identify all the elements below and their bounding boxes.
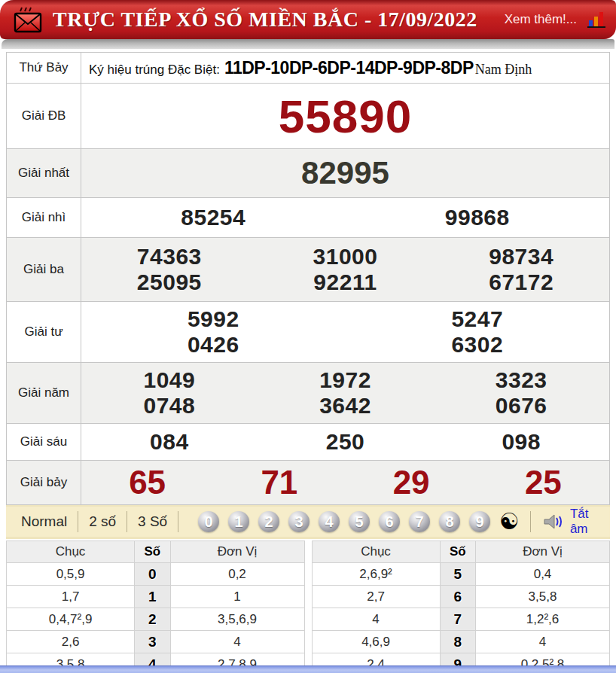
so-cell: 1 [135,586,170,608]
prize-number: 25 [477,464,609,501]
chuc-cell: 2,6 [7,631,135,653]
results-table: Thứ Bảy Ký hiệu trúng Đặc Biệt: 11DP-10D… [6,52,610,505]
header-chuc: Chục [312,541,440,563]
digit-button-9[interactable]: 9 [469,511,490,532]
prize-number: 74363 [81,244,258,270]
divider-strip [2,39,614,49]
stats-header-row: Chục Số Đơn Vị [312,541,610,563]
chuc-cell: 4,6,9 [312,631,440,653]
stats-row: 0,5,9 0 0,2 [7,563,305,586]
prize-label-2: Giải nhì [7,198,81,237]
province-name: Nam Định [475,62,532,78]
mute-button[interactable]: Tắt âm [543,507,605,537]
prize-number: 3323 [433,367,609,393]
stats-table-left: Chục Số Đơn Vị 0,5,9 0 0,2 1,7 1 1 0,4,7… [6,541,305,673]
speaker-icon [543,513,566,531]
prize-label-5: Giải năm [7,363,81,423]
prize-number: 084 [81,429,258,455]
lottery-page: TRỰC TIẾP XỔ SỐ MIỀN BẮC - 17/09/2022 Xe… [0,0,616,673]
prize-number: 98734 [433,244,609,270]
stats-header-row: Chục Số Đơn Vị [7,541,305,563]
stats-row: 2,6 3 4 [7,631,305,653]
chuc-cell: 2,6,9² [312,563,440,586]
prize-number: 82995 [81,155,609,191]
prize-label-4: Giải tư [7,302,81,362]
header-donvi: Đơn Vị [476,541,610,563]
prize-number: 92211 [258,270,434,295]
prize-number: 71 [213,464,345,501]
stats-row: 4,6,9 8 4 [312,631,610,653]
yin-yang-icon[interactable]: ☯ [499,511,520,532]
chuc-cell: 0,5,9 [7,563,135,586]
table-row-prize-1: Giải nhất 82995 [7,148,609,197]
chuc-cell: 4 [312,608,440,631]
header-so: Số [440,541,475,563]
digit-button-5[interactable]: 5 [349,511,370,532]
footer-strip [0,665,616,673]
digit-button-1[interactable]: 1 [228,511,249,532]
prize-number: 31000 [258,244,434,270]
table-row-prize-6: Giải sáu 084 250 098 [7,423,609,460]
page-title: TRỰC TIẾP XỔ SỐ MIỀN BẮC - 17/09/2022 [53,8,477,32]
mode-3-digits[interactable]: 3 Số [127,513,178,530]
table-row-prize-3: Giải ba 74363 31000 98734 25095 92211 67… [7,237,609,301]
prize-number: 65 [81,464,213,501]
digit-button-4[interactable]: 4 [319,511,340,532]
prize-number: 0676 [433,393,609,419]
donvi-cell: 0,4 [476,563,610,586]
digit-button-8[interactable]: 8 [439,511,460,532]
prize-number: 5247 [346,306,610,332]
stats-row: 2,7 6 3,5,8 [312,586,610,608]
toolbar-divider [530,511,531,532]
special-sign-code: 11DP-10DP-6DP-14DP-9DP-8DP [224,58,474,78]
so-cell: 2 [135,608,170,631]
prize-number: 5992 [81,306,346,332]
stats-row: 4 7 1,2²,6 [312,608,610,631]
digit-button-2[interactable]: 2 [258,511,279,532]
stats-row: 1,7 1 1 [7,586,305,608]
header-chuc: Chục [7,541,135,563]
table-row-prize-2: Giải nhì 85254 99868 [7,197,609,237]
prize-number: 0426 [81,332,346,358]
prize-number: 67172 [433,270,609,295]
prize-number: 0748 [81,393,258,419]
chuc-cell: 1,7 [7,586,135,608]
header-donvi: Đơn Vị [170,541,304,563]
mute-label: Tắt âm [570,507,605,537]
stats-row: 2,6,9² 5 0,4 [312,563,610,586]
digit-button-6[interactable]: 6 [379,511,400,532]
prize-label-3: Giải ba [7,238,81,301]
mode-normal[interactable]: Normal [11,513,78,530]
donvi-cell: 1 [170,586,304,608]
prize-number: 1972 [258,367,434,393]
day-label: Thứ Bảy [7,53,81,83]
prize-label-6: Giải sáu [7,424,81,460]
so-cell: 3 [135,631,170,653]
table-row-prize-4: Giải tư 5992 5247 0426 6302 [7,301,609,362]
mode-2-digits[interactable]: 2 số [78,513,127,530]
see-more-link[interactable]: Xem thêm!... [505,12,577,27]
table-row-prize-5: Giải năm 1049 1972 3323 0748 3642 0676 [7,362,609,423]
digit-button-3[interactable]: 3 [288,511,310,532]
table-row-prize-db: Giải ĐB 55890 [7,83,609,148]
donvi-cell: 3,5,8 [476,586,610,608]
digit-button-7[interactable]: 7 [409,511,430,532]
prize-label-1: Giải nhất [7,149,81,197]
prize-number: 3642 [258,393,434,419]
bar-chart-icon[interactable] [587,11,607,29]
so-cell: 6 [440,586,475,608]
chuc-cell: 0,4,7²,9 [7,608,135,631]
header-bar: TRỰC TIẾP XỔ SỐ MIỀN BẮC - 17/09/2022 Xe… [0,0,616,39]
prize-number: 6302 [346,332,610,358]
statistics-section: Chục Số Đơn Vị 0,5,9 0 0,2 1,7 1 1 0,4,7… [6,541,610,673]
prize-label-7: Giải bảy [7,461,81,504]
digit-buttons: 0 1 2 3 4 5 6 7 8 9 [198,511,490,532]
donvi-cell: 1,2²,6 [476,608,610,631]
toolbar-divider [178,511,178,532]
table-row-info: Thứ Bảy Ký hiệu trúng Đặc Biệt: 11DP-10D… [7,53,609,83]
so-cell: 0 [135,563,170,586]
donvi-cell: 4 [476,631,610,653]
so-cell: 7 [440,608,475,631]
digit-button-0[interactable]: 0 [198,511,219,532]
prize-number: 29 [346,464,477,501]
